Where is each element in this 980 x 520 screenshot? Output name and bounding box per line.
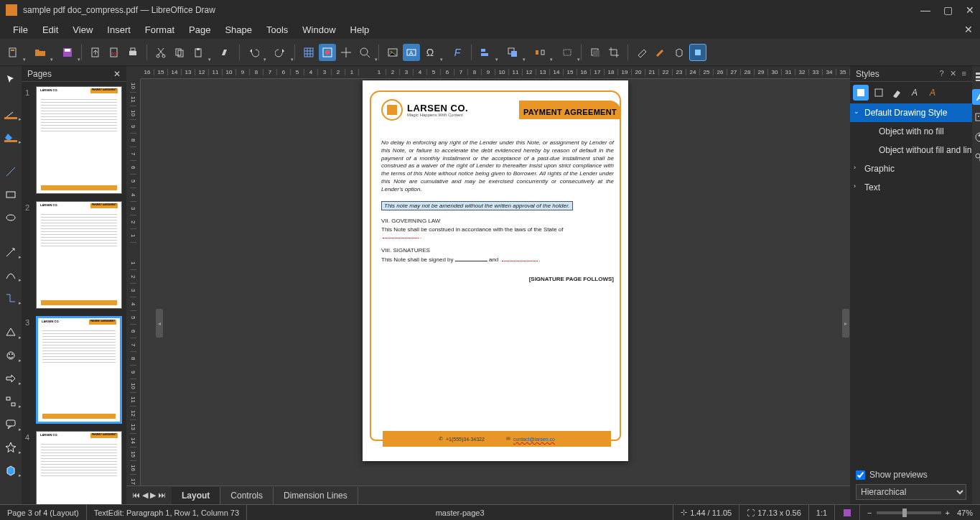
- align-button[interactable]: [477, 44, 494, 61]
- pages-panel-close[interactable]: ✕: [113, 69, 121, 79]
- export-button[interactable]: [87, 44, 104, 61]
- page-thumb-4[interactable]: 4 LARSEN CO.PAYMENT AGREEMENT: [26, 431, 122, 504]
- open-button[interactable]: [32, 44, 49, 61]
- body-paragraph[interactable]: No delay in enforcing any right of the L…: [381, 139, 614, 194]
- fill-format-icon[interactable]: [889, 85, 905, 101]
- undo-button[interactable]: [245, 44, 262, 61]
- image-button[interactable]: [384, 44, 401, 61]
- star-tool[interactable]: [0, 438, 22, 457]
- horizontal-ruler[interactable]: 1615141312111098765432112345678910111213…: [141, 66, 850, 79]
- cut-button[interactable]: [152, 44, 169, 61]
- page-thumb-1[interactable]: 1 LARSEN CO.PAYMENT AGREEMENT: [26, 86, 122, 194]
- select-tool[interactable]: [0, 70, 22, 89]
- curve-tool[interactable]: [0, 266, 22, 284]
- rectangle-tool[interactable]: [0, 185, 22, 204]
- block-arrows-tool[interactable]: [0, 369, 22, 388]
- status-scale[interactable]: 1:1: [809, 505, 835, 520]
- first-page-button[interactable]: ⏮: [132, 491, 140, 500]
- highlighted-text[interactable]: This note may not be amended without the…: [381, 201, 573, 210]
- status-save-icon[interactable]: [835, 505, 860, 520]
- style-object-no-fill-line[interactable]: Object without fill and line: [850, 141, 972, 159]
- textbox-button[interactable]: A: [403, 44, 420, 61]
- document-page[interactable]: LARSEN CO. Magic Happens With Content PA…: [363, 80, 628, 461]
- properties-tab-icon[interactable]: [972, 69, 980, 85]
- special-char-button[interactable]: Ω: [421, 44, 439, 61]
- close-document-button[interactable]: ✕: [964, 24, 973, 35]
- menu-edit[interactable]: Edit: [35, 22, 65, 38]
- print-button[interactable]: [124, 44, 141, 61]
- tab-dimension-lines[interactable]: Dimension Lines: [274, 487, 358, 504]
- paste-button[interactable]: [190, 44, 207, 61]
- style-default-drawing[interactable]: ⌄Default Drawing Style: [850, 103, 972, 122]
- drawing-styles-icon[interactable]: [853, 85, 869, 101]
- zoom-controls[interactable]: − + 47%: [860, 505, 980, 520]
- zoom-slider[interactable]: [877, 511, 941, 514]
- menu-window[interactable]: Window: [295, 22, 342, 38]
- grid-button[interactable]: [300, 44, 317, 61]
- connector-tool[interactable]: [0, 289, 22, 307]
- style-object-no-fill[interactable]: Object with no fill: [850, 122, 972, 141]
- menu-format[interactable]: Format: [138, 22, 182, 38]
- crop-button[interactable]: [605, 44, 622, 61]
- status-page[interactable]: Page 3 of 4 (Layout): [0, 505, 87, 520]
- last-page-button[interactable]: ⏭: [158, 491, 166, 500]
- collapse-pages-handle[interactable]: ◂: [156, 309, 163, 338]
- style-filter-select[interactable]: Hierarchical: [856, 484, 966, 500]
- show-previews-checkbox[interactable]: Show previews: [856, 470, 966, 480]
- menu-page[interactable]: Page: [182, 22, 218, 38]
- basic-shapes-tool[interactable]: [0, 323, 22, 342]
- arrow-tool[interactable]: [0, 243, 22, 261]
- guides-button[interactable]: [337, 44, 355, 61]
- menu-tools[interactable]: Tools: [259, 22, 295, 38]
- callout-tool[interactable]: [0, 415, 22, 434]
- shapes-tab-icon[interactable]: [972, 149, 980, 165]
- fill-color-tool[interactable]: [0, 128, 22, 147]
- symbol-shapes-tool[interactable]: [0, 346, 22, 365]
- distribute-button[interactable]: [531, 44, 549, 61]
- blank-field[interactable]: [502, 256, 538, 261]
- arrange-button[interactable]: [504, 44, 521, 61]
- snap-button[interactable]: [319, 44, 336, 61]
- styles-tab-icon[interactable]: A: [972, 89, 980, 105]
- pages-list[interactable]: 1 LARSEN CO.PAYMENT AGREEMENT 2 LARSEN C…: [22, 82, 126, 504]
- style-graphic[interactable]: ›Graphic: [850, 159, 972, 178]
- new-style-icon[interactable]: A: [907, 85, 923, 101]
- fontwork-button[interactable]: F: [449, 44, 466, 61]
- close-button[interactable]: ✕: [966, 4, 974, 16]
- style-tree[interactable]: ⌄Default Drawing Style Object with no fi…: [850, 103, 972, 465]
- 3d-tool[interactable]: [0, 461, 22, 480]
- select-3d-button[interactable]: [559, 44, 576, 61]
- gluepoints-button[interactable]: [652, 44, 669, 61]
- page-thumb-2[interactable]: 2 LARSEN CO.PAYMENT AGREEMENT: [26, 201, 122, 309]
- styles-help-button[interactable]: ?: [939, 69, 943, 78]
- zoom-percent[interactable]: 47%: [957, 509, 973, 517]
- page-thumb-3[interactable]: 3 LARSEN CO.PAYMENT AGREEMENT: [26, 316, 122, 424]
- draw-functions-button[interactable]: [689, 44, 706, 61]
- new-button[interactable]: [4, 44, 22, 61]
- update-style-icon[interactable]: A: [925, 85, 941, 101]
- menu-insert[interactable]: Insert: [100, 22, 138, 38]
- tab-layout[interactable]: Layout: [172, 487, 220, 504]
- line-color-tool[interactable]: [0, 105, 22, 124]
- menu-view[interactable]: View: [65, 22, 100, 38]
- ellipse-tool[interactable]: [0, 208, 22, 227]
- save-button[interactable]: [59, 44, 76, 61]
- collapse-sidebar-handle[interactable]: ▸: [842, 309, 849, 338]
- gallery-tab-icon[interactable]: [972, 109, 980, 125]
- navigator-tab-icon[interactable]: [972, 129, 980, 145]
- clone-format-button[interactable]: [217, 44, 234, 61]
- minimize-button[interactable]: ―: [920, 4, 930, 16]
- zoom-out-button[interactable]: −: [867, 509, 872, 517]
- next-page-button[interactable]: ▶: [150, 491, 156, 500]
- menu-shape[interactable]: Shape: [218, 22, 259, 38]
- presentation-styles-icon[interactable]: [871, 85, 887, 101]
- maximize-button[interactable]: ▢: [943, 4, 953, 16]
- canvas-viewport[interactable]: ◂ LARSEN CO. Magic Happens With Content …: [141, 79, 850, 486]
- vertical-ruler[interactable]: 1011109876543211234567891011121314151617…: [126, 79, 141, 486]
- zoom-in-button[interactable]: +: [946, 509, 950, 517]
- styles-menu-button[interactable]: ≡: [962, 69, 966, 78]
- prev-page-button[interactable]: ◀: [142, 491, 148, 500]
- menu-help[interactable]: Help: [343, 22, 377, 38]
- zoom-button[interactable]: [356, 44, 373, 61]
- styles-close-button[interactable]: ✕: [950, 69, 956, 78]
